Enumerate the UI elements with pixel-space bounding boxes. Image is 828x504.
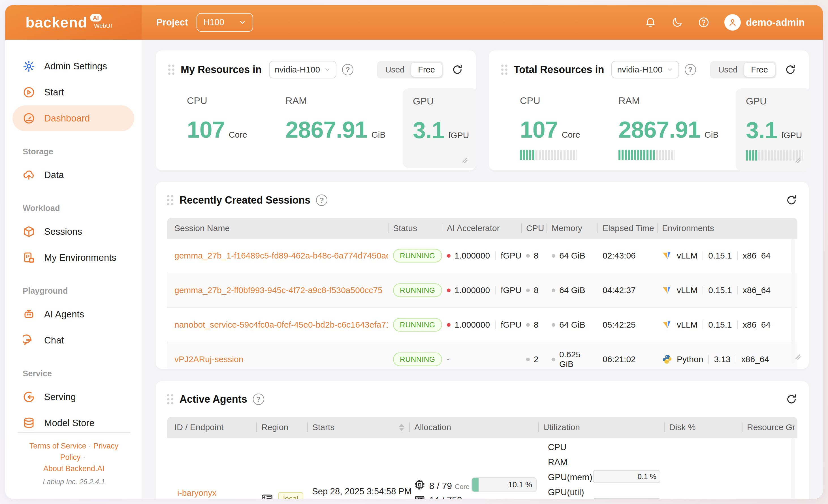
stat-value: 107	[520, 116, 558, 143]
sidebar-item-label: Model Store	[44, 418, 94, 428]
sidebar-item-ai-agents[interactable]: AI Agents	[5, 301, 141, 327]
project-select[interactable]: H100	[197, 13, 253, 32]
serving-icon	[23, 391, 35, 403]
help-icon[interactable]: ?	[316, 195, 327, 206]
stat-unit: Core	[229, 130, 247, 139]
drag-handle-icon[interactable]	[168, 65, 174, 75]
session-name-link[interactable]: vPJ2ARuj-session	[174, 354, 243, 364]
notifications-button[interactable]	[645, 16, 656, 28]
environment-version: 0.15.1	[708, 285, 732, 295]
cpu-dot-icon	[526, 289, 530, 292]
session-row: gemma_27b_2-ff0bf993-945c-4f72-a9c8-f530…	[167, 273, 797, 308]
sidebar-item-dashboard[interactable]: Dashboard	[12, 105, 134, 131]
cpu-value: 8	[534, 320, 539, 330]
sidebar-footer: Terms of Service·Privacy Policy· About B…	[17, 432, 130, 486]
resize-handle-icon[interactable]	[459, 154, 468, 164]
refresh-icon[interactable]	[786, 393, 797, 405]
session-row: gemma_27b_1-f16489c5-fd89-462a-b48c-6a77…	[167, 239, 797, 273]
agent-id-link[interactable]: i-baryonyx	[177, 488, 216, 498]
user-menu[interactable]: demo-admin	[724, 14, 805, 31]
sidebar-item-chat[interactable]: Chat	[5, 327, 141, 353]
help-icon[interactable]: ?	[685, 64, 696, 75]
sidebar-item-admin-settings[interactable]: Admin Settings	[5, 53, 141, 79]
chevron-down-icon	[667, 66, 673, 73]
toggle-used[interactable]: Used	[379, 63, 411, 77]
toggle-free[interactable]: Free	[411, 63, 442, 77]
drag-handle-icon[interactable]	[167, 394, 173, 404]
elapsed-time: 06:21:02	[603, 354, 636, 364]
refresh-icon[interactable]	[784, 64, 796, 76]
table-scrollbar[interactable]	[791, 438, 795, 499]
drag-handle-icon[interactable]	[501, 65, 507, 75]
cpu-dot-icon	[526, 323, 530, 327]
play-circle-icon	[23, 86, 35, 98]
sidebar-item-serving[interactable]: Serving	[5, 384, 141, 410]
refresh-icon[interactable]	[451, 64, 463, 76]
session-name-link[interactable]: nanobot_service-59c4fc0a-0fef-45e0-bd2b-…	[174, 320, 388, 330]
ram-usage-bar	[618, 150, 675, 160]
accelerator-dot-icon	[447, 254, 451, 258]
resource-group-select[interactable]: nvidia-H100	[611, 61, 679, 78]
sidebar-item-data[interactable]: Data	[5, 162, 141, 188]
refresh-icon[interactable]	[786, 194, 797, 206]
util-cpu-label: CPU	[548, 442, 566, 453]
stat-label: RAM	[618, 95, 726, 106]
elapsed-time: 04:42:37	[603, 285, 636, 295]
agent-starts: Sep 28, 2025 3:54:58 PM	[312, 487, 412, 497]
theme-toggle-button[interactable]	[671, 16, 683, 28]
logo-ai-badge: AI	[90, 14, 102, 22]
sessions-table-header: Session Name Status AI Accelerator CPU M…	[167, 218, 797, 239]
help-button[interactable]	[698, 16, 710, 28]
gear-icon	[23, 60, 35, 73]
card-title: My Resources in	[181, 64, 262, 76]
used-free-toggle: Used Free	[377, 61, 444, 78]
sidebar-item-label: Chat	[44, 335, 64, 346]
terms-of-service-link[interactable]: Terms of Service	[30, 442, 86, 450]
sidebar-item-label: Admin Settings	[44, 61, 107, 72]
vllm-icon	[662, 285, 672, 295]
resize-handle-icon[interactable]	[792, 154, 801, 164]
environment-version: 0.15.1	[708, 320, 732, 330]
footer-separator: ·	[89, 442, 91, 450]
sidebar-item-start[interactable]: Start	[5, 79, 141, 105]
toggle-free[interactable]: Free	[744, 63, 775, 77]
card-title: Total Resources in	[514, 64, 604, 76]
backend-ai-logo[interactable]: backend AI WebUI	[5, 5, 141, 40]
about-backend-ai-link[interactable]: About Backend.AI	[43, 464, 105, 473]
session-name-link[interactable]: gemma_27b_2-ff0bf993-945c-4f72-a9c8-f530…	[174, 285, 382, 295]
column-header-starts[interactable]: Starts	[307, 417, 409, 438]
sidebar-item-sessions[interactable]: Sessions	[5, 219, 141, 245]
footer-links: About Backend.AI	[17, 463, 130, 474]
card-header: Total Resources in nvidia-H100 ? Used Fr…	[501, 60, 796, 79]
column-header-memory: Memory	[546, 218, 597, 239]
help-icon[interactable]: ?	[253, 393, 264, 405]
environment-arch: x86_64	[741, 354, 769, 364]
stat-unit: fGPU	[448, 130, 469, 140]
column-header-resource-group: Resource Gr	[742, 417, 797, 438]
toggle-used[interactable]: Used	[712, 63, 744, 77]
sidebar-item-my-environments[interactable]: My Environments	[5, 245, 141, 271]
column-header-ai-accelerator: AI Accelerator	[442, 218, 521, 239]
drag-handle-icon[interactable]	[167, 195, 173, 205]
help-icon[interactable]: ?	[342, 64, 354, 75]
agent-row: i-baryonyx local Sep 28, 2025 3:54:58 PM…	[167, 438, 797, 499]
sort-icon	[399, 424, 404, 431]
chevron-down-icon	[239, 18, 246, 26]
sidebar-item-label: Dashboard	[44, 113, 90, 124]
session-name-link[interactable]: gemma_27b_1-f16489c5-fd89-462a-b48c-6a77…	[174, 251, 388, 260]
robot-icon	[23, 308, 35, 321]
column-header-label: Starts	[312, 422, 334, 432]
accelerator-value: 1.000000	[455, 285, 490, 295]
cpu-value: 2	[534, 354, 539, 364]
agents-table-header: ID / Endpoint Region Starts Allocation U…	[167, 417, 797, 438]
sidebar: Admin Settings Start Dashboard Storage D…	[5, 40, 141, 499]
resize-handle-icon[interactable]	[792, 351, 801, 361]
table-scrollbar[interactable]	[791, 239, 795, 363]
topbar-main: Project H100 demo-adm	[141, 5, 823, 40]
stat-label: CPU	[520, 95, 585, 106]
used-free-toggle: Used Free	[710, 61, 777, 78]
status-badge: RUNNING	[393, 352, 442, 366]
session-row: nanobot_service-59c4fc0a-0fef-45e0-bd2b-…	[167, 308, 797, 342]
cpu-dot-icon	[526, 254, 530, 258]
resource-group-select[interactable]: nvidia-H100	[269, 61, 336, 78]
